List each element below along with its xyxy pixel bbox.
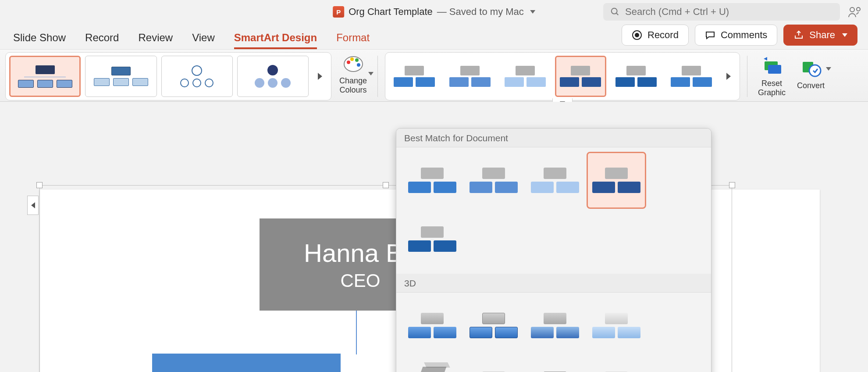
powerpoint-icon: P — [333, 6, 344, 18]
reset-graphic-button[interactable]: Reset Graphic — [754, 52, 789, 100]
style-3d-6[interactable] — [464, 356, 523, 372]
search-icon — [610, 7, 620, 17]
style-best-match-1[interactable] — [402, 152, 462, 209]
comments-button[interactable]: Comments — [695, 25, 777, 46]
save-status: — Saved to my Mac — [437, 6, 524, 18]
smartart-styles-dropdown: Best Match for Document 3D — [396, 128, 711, 372]
share-button[interactable]: Share — [783, 25, 857, 46]
search-placeholder: Search (Cmd + Ctrl + U) — [625, 6, 729, 18]
tab-slide-show[interactable]: Slide Show — [13, 32, 66, 49]
text-pane-toggle[interactable] — [27, 196, 39, 215]
dropdown-section-3d: 3D — [396, 274, 711, 293]
tab-record[interactable]: Record — [85, 32, 119, 49]
layout-option-2[interactable] — [85, 56, 157, 97]
convert-label: Convert — [797, 81, 825, 90]
layout-option-1[interactable] — [9, 56, 81, 97]
layout-option-3[interactable] — [161, 56, 233, 97]
style-best-match-5[interactable] — [402, 211, 462, 268]
svg-point-7 — [347, 61, 350, 64]
org-chart-child-node[interactable] — [152, 354, 341, 372]
org-chart-connector — [356, 311, 357, 354]
dropdown-3d-grid — [396, 293, 711, 372]
group-separator — [747, 56, 747, 97]
document-title: Org Chart Template — [349, 6, 433, 18]
svg-point-3 — [857, 7, 860, 11]
ribbon-right-buttons: Record Comments Share — [622, 25, 857, 46]
dropdown-best-match-grid — [396, 147, 711, 274]
chevron-down-icon — [842, 33, 847, 37]
style-option-6[interactable] — [666, 56, 717, 97]
svg-point-0 — [612, 8, 617, 14]
svg-line-1 — [616, 13, 619, 15]
slide-canvas: Hanna Bo CEO Best Match for Document 3D — [0, 102, 868, 372]
ribbon-tabs: Slide Show Record Review View SmartArt D… — [0, 24, 868, 49]
ribbon-toolbar: Change Colours Reset Gr — [0, 49, 868, 102]
tab-smartart-design[interactable]: SmartArt Design — [234, 32, 317, 49]
style-3d-2[interactable] — [464, 297, 523, 354]
svg-point-9 — [355, 58, 359, 62]
resize-handle[interactable] — [729, 182, 735, 188]
change-colours-label: Change Colours — [339, 76, 367, 94]
style-3d-8[interactable] — [587, 356, 646, 372]
tab-format[interactable]: Format — [336, 32, 370, 49]
style-option-5[interactable] — [611, 56, 662, 97]
svg-point-5 — [635, 33, 639, 37]
chevron-right-icon — [318, 73, 322, 80]
change-colours-button[interactable]: Change Colours — [336, 52, 370, 100]
svg-point-8 — [350, 57, 354, 61]
style-best-match-2[interactable] — [464, 152, 523, 209]
layout-option-4[interactable] — [237, 56, 309, 97]
record-button-label: Record — [647, 29, 679, 41]
styles-more-button[interactable] — [722, 56, 736, 97]
chevron-down-icon — [368, 72, 374, 75]
smartart-styles-gallery — [385, 52, 740, 100]
convert-button[interactable]: Convert — [793, 52, 828, 100]
style-option-4[interactable] — [555, 56, 606, 97]
dropdown-section-best-match: Best Match for Document — [396, 129, 711, 147]
record-button[interactable]: Record — [622, 25, 689, 46]
reset-graphic-icon — [761, 55, 783, 77]
resize-handle[interactable] — [36, 182, 43, 188]
chevron-right-icon — [726, 73, 731, 80]
reset-graphic-label: Reset Graphic — [758, 79, 786, 97]
comments-button-label: Comments — [721, 29, 767, 41]
record-icon — [632, 30, 642, 40]
comment-icon — [705, 30, 715, 40]
layouts-more-button[interactable] — [313, 56, 327, 97]
style-option-2[interactable] — [444, 56, 495, 97]
chevron-down-icon[interactable] — [530, 10, 535, 14]
share-button-label: Share — [809, 29, 835, 41]
smartart-layouts-gallery — [5, 52, 331, 100]
style-best-match-3[interactable] — [525, 152, 585, 209]
group-separator — [377, 56, 378, 97]
svg-point-2 — [850, 7, 854, 12]
style-3d-5[interactable] — [402, 356, 462, 372]
style-3d-3[interactable] — [525, 297, 585, 354]
svg-point-14 — [809, 65, 821, 76]
chevron-down-icon — [826, 67, 831, 71]
style-option-3[interactable] — [500, 56, 551, 97]
resize-handle[interactable] — [383, 182, 389, 188]
tab-view[interactable]: View — [192, 32, 215, 49]
ceo-role: CEO — [340, 270, 380, 291]
window-title-group: P Org Chart Template — Saved to my Mac — [333, 6, 535, 18]
style-3d-7[interactable] — [525, 356, 585, 372]
chevron-left-icon — [31, 202, 35, 208]
style-3d-1[interactable] — [402, 297, 462, 354]
title-bar: P Org Chart Template — Saved to my Mac S… — [0, 0, 868, 24]
collaboration-icon[interactable] — [848, 5, 862, 19]
svg-rect-12 — [768, 65, 781, 74]
style-best-match-4[interactable] — [587, 152, 646, 209]
convert-icon — [800, 57, 822, 79]
share-icon — [793, 30, 804, 40]
palette-icon — [342, 53, 364, 75]
style-3d-4[interactable] — [587, 297, 646, 354]
style-option-1[interactable] — [389, 56, 440, 97]
search-input[interactable]: Search (Cmd + Ctrl + U) — [603, 3, 840, 21]
svg-point-10 — [357, 63, 360, 67]
tab-review[interactable]: Review — [138, 32, 173, 49]
